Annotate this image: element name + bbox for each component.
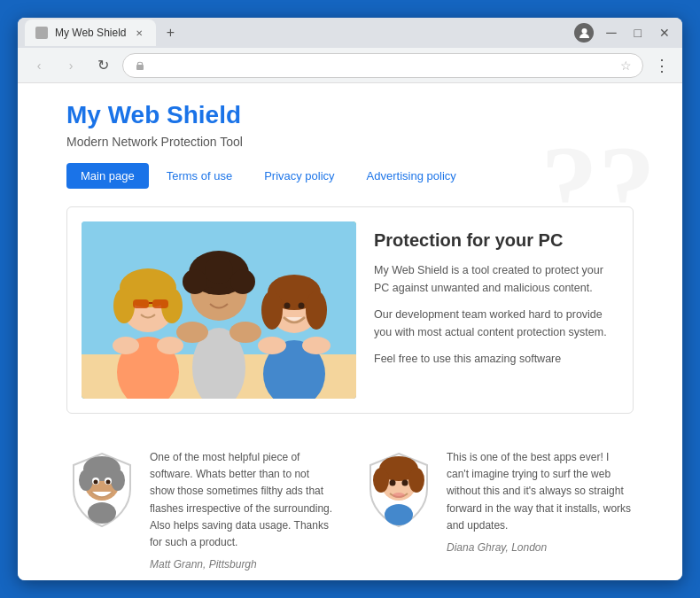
- svg-point-27: [261, 291, 283, 330]
- browser-menu-button[interactable]: ⋮: [650, 52, 673, 79]
- svg-rect-1: [136, 65, 144, 70]
- testimonial-2: This is one of the best apps ever! I can…: [363, 449, 634, 571]
- browser-tab[interactable]: My Web Shield ✕: [25, 19, 156, 46]
- testimonial-1: One of the most helpful piece of softwar…: [66, 449, 337, 571]
- svg-point-29: [284, 303, 291, 309]
- toolbar: ‹ › ↻ ☆ ⋮: [18, 48, 682, 83]
- svg-point-20: [206, 287, 214, 294]
- svg-point-28: [306, 291, 327, 330]
- svg-point-21: [224, 287, 231, 294]
- svg-point-48: [393, 493, 405, 498]
- bookmark-icon[interactable]: ☆: [620, 58, 632, 73]
- main-card: Protection for your PC My Web Shield is …: [66, 206, 634, 414]
- svg-point-39: [94, 480, 98, 485]
- page-content: ?? My Web Shield Modern Network Protecti…: [18, 83, 682, 580]
- hero-image: [82, 221, 356, 399]
- svg-rect-9: [133, 299, 149, 308]
- svg-point-12: [113, 337, 139, 354]
- nav-tab-terms[interactable]: Terms of use: [152, 163, 246, 189]
- testimonial-1-avatar: [66, 449, 137, 529]
- nav-tab-advertising[interactable]: Advertising policy: [353, 163, 471, 189]
- svg-point-13: [157, 337, 183, 354]
- svg-point-0: [581, 28, 587, 34]
- nav-tab-privacy[interactable]: Privacy policy: [250, 163, 348, 189]
- card-text: Protection for your PC My Web Shield is …: [374, 221, 618, 399]
- svg-point-35: [79, 470, 93, 491]
- new-tab-button[interactable]: +: [159, 22, 181, 43]
- testimonials-section: One of the most helpful piece of softwar…: [66, 440, 634, 579]
- svg-point-45: [408, 468, 424, 493]
- close-button[interactable]: ✕: [654, 24, 675, 42]
- svg-point-41: [88, 502, 116, 524]
- nav-tab-main[interactable]: Main page: [66, 163, 149, 189]
- protection-desc-1: My Web Shield is a tool created to prote…: [374, 261, 618, 297]
- protection-title: Protection for your PC: [374, 230, 618, 251]
- testimonial-2-avatar: [363, 449, 434, 529]
- svg-point-32: [302, 337, 331, 354]
- svg-point-40: [106, 480, 111, 485]
- svg-point-49: [385, 504, 413, 525]
- protection-desc-3: Feel free to use this amazing software: [374, 350, 618, 368]
- svg-rect-10: [152, 299, 168, 308]
- back-button[interactable]: ‹: [27, 53, 51, 78]
- protection-desc-2: Our development team worked hard to prov…: [374, 306, 618, 341]
- tab-favicon: [35, 27, 48, 39]
- testimonial-2-content: This is one of the best apps ever! I can…: [447, 449, 634, 554]
- site-title: My Web Shield: [66, 101, 634, 129]
- testimonial-1-author: Matt Grann, Pittsburgh: [150, 558, 337, 571]
- nav-tabs: Main page Terms of use Privacy policy Ad…: [66, 163, 634, 189]
- svg-point-18: [230, 269, 255, 294]
- testimonial-1-text: One of the most helpful piece of softwar…: [150, 449, 337, 551]
- svg-point-46: [390, 480, 396, 486]
- svg-point-7: [113, 288, 135, 323]
- maximize-button[interactable]: □: [629, 24, 647, 42]
- testimonial-2-text: This is one of the best apps ever! I can…: [447, 449, 634, 534]
- svg-point-31: [258, 337, 286, 354]
- forward-button[interactable]: ›: [58, 53, 83, 78]
- tab-row: My Web Shield ✕ + ─ □ ✕: [18, 18, 682, 48]
- refresh-button[interactable]: ↻: [90, 53, 115, 78]
- tab-close-button[interactable]: ✕: [133, 27, 145, 39]
- svg-point-19: [205, 256, 233, 284]
- address-bar[interactable]: ☆: [122, 53, 643, 78]
- svg-point-44: [373, 468, 389, 493]
- testimonial-2-author: Diana Ghray, London: [447, 541, 634, 554]
- tab-label: My Web Shield: [55, 27, 126, 39]
- lock-icon: [134, 59, 146, 72]
- testimonial-1-content: One of the most helpful piece of softwar…: [150, 449, 337, 571]
- svg-point-22: [176, 322, 208, 343]
- svg-point-36: [111, 470, 125, 491]
- site-subtitle: Modern Network Protection Tool: [66, 135, 634, 149]
- minimize-button[interactable]: ─: [601, 23, 621, 43]
- svg-point-17: [183, 269, 207, 294]
- svg-point-23: [229, 322, 261, 343]
- svg-point-47: [402, 480, 408, 486]
- user-account-icon[interactable]: [574, 23, 594, 43]
- svg-point-30: [299, 303, 305, 309]
- browser-window: My Web Shield ✕ + ─ □ ✕ ‹ › ↻: [18, 18, 682, 580]
